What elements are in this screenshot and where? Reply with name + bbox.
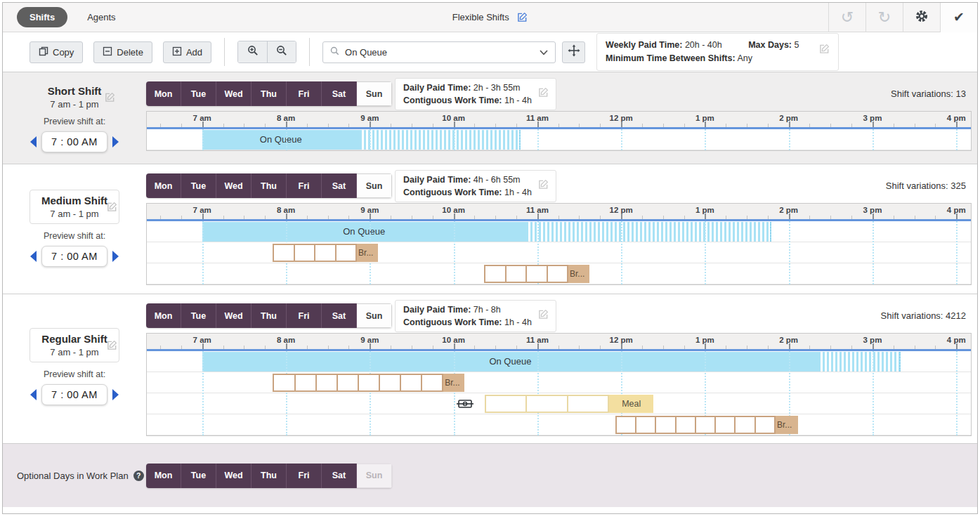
regular-day-wed[interactable]: Wed: [216, 303, 251, 328]
short-contiguous-label: Contiguous Work Time:: [403, 96, 502, 105]
short-contiguous-value: 1h - 4h: [502, 96, 532, 105]
regular-on-queue-bar[interactable]: On Queue: [202, 352, 818, 372]
break-window-cell: [507, 266, 527, 282]
zoom-in-button[interactable]: [238, 41, 267, 63]
medium-day-sun[interactable]: Sun: [357, 173, 392, 198]
axis-hour-tick: [705, 213, 706, 219]
axis-hour-tick: [202, 343, 204, 349]
medium-spinner-next-arrow[interactable]: [112, 251, 119, 262]
search-icon: [330, 46, 339, 58]
settings-button[interactable]: [903, 3, 940, 32]
medium-day-mon[interactable]: Mon: [146, 173, 181, 198]
medium-break-block-2[interactable]: Br...: [568, 265, 589, 283]
medium-day-sat[interactable]: Sat: [322, 173, 357, 198]
max-days-label: Max Days:: [748, 40, 792, 50]
edit-regular-daily-icon[interactable]: [538, 309, 549, 320]
short-preview-time[interactable]: 7 : 00 AM: [41, 131, 107, 152]
short-day-thu[interactable]: Thu: [251, 81, 287, 106]
axis-hour-tick: [705, 343, 706, 349]
regular-meal-window-2[interactable]: [485, 395, 609, 413]
regular-day-sun[interactable]: Sun: [357, 303, 392, 328]
edit-weekly-icon[interactable]: [819, 44, 830, 54]
medium-daily-paid-value: 4h - 6h 55m: [471, 175, 520, 185]
medium-daily-paid-box: Daily Paid Time: 4h - 6h 55mContiguous W…: [395, 170, 556, 202]
regular-break-window-3[interactable]: [615, 416, 776, 434]
edit-regular-icon[interactable]: [107, 340, 117, 350]
app-frame: Shifts Agents Flexible Shifts ↺ ↻ ✔ Copy…: [2, 2, 978, 514]
zoom-out-button[interactable]: [267, 41, 296, 63]
edit-medium-icon[interactable]: [107, 202, 117, 212]
short-day-fri[interactable]: Fri: [287, 81, 322, 106]
move-activity-button[interactable]: [562, 41, 585, 63]
shift-section-regular: Regular Shift7 am - 1 pmPreview shift at…: [3, 294, 977, 444]
regular-day-tue[interactable]: Tue: [181, 303, 216, 328]
short-day-tue[interactable]: Tue: [181, 81, 216, 106]
medium-preview-time[interactable]: 7 : 00 AM: [41, 246, 107, 267]
redo-button[interactable]: ↻: [865, 3, 903, 32]
short-timeline: 7 am8 am9 am10 am11 am12 pm1 pm2 pm3 pm4…: [146, 111, 972, 151]
optional-day-wed[interactable]: Wed: [216, 464, 251, 488]
optional-day-sat[interactable]: Sat: [322, 464, 357, 488]
regular-spinner-next-arrow[interactable]: [112, 389, 119, 400]
axis-hour-tick: [370, 343, 371, 349]
regular-preview-time[interactable]: 7 : 00 AM: [41, 384, 107, 405]
confirm-button[interactable]: ✔: [940, 3, 977, 32]
add-button[interactable]: Add: [163, 41, 211, 63]
medium-day-tue[interactable]: Tue: [181, 173, 216, 198]
edit-medium-daily-icon[interactable]: [538, 179, 549, 190]
medium-daily-paid-line: Daily Paid Time: 4h - 6h 55m: [403, 173, 532, 186]
delete-button[interactable]: Delete: [93, 41, 152, 63]
tab-agents[interactable]: Agents: [87, 12, 115, 22]
medium-break-window-1[interactable]: [273, 244, 357, 262]
edit-short-daily-icon[interactable]: [538, 87, 549, 98]
regular-day-thu[interactable]: Thu: [251, 303, 287, 328]
short-day-sun[interactable]: Sun: [357, 81, 392, 106]
weekly-line-2: Minimum Time Between Shifts: Any: [606, 52, 810, 65]
medium-day-wed[interactable]: Wed: [216, 173, 251, 198]
regular-day-fri[interactable]: Fri: [287, 303, 322, 328]
short-spinner-next-arrow[interactable]: [112, 136, 119, 147]
short-spinner-prev-arrow[interactable]: [30, 136, 37, 147]
medium-day-thu[interactable]: Thu: [251, 173, 287, 198]
short-on-queue-bar[interactable]: On Queue: [202, 130, 360, 150]
regular-day-mon[interactable]: Mon: [146, 303, 181, 328]
edit-short-icon[interactable]: [105, 92, 115, 103]
optional-day-mon[interactable]: Mon: [146, 464, 181, 488]
regular-on-queue-variable-bar[interactable]: [818, 352, 901, 372]
short-day-sat[interactable]: Sat: [322, 81, 357, 106]
regular-break-block-3[interactable]: Br...: [776, 416, 798, 434]
break-window-cell: [422, 375, 442, 390]
axis-hour-tick: [202, 121, 204, 127]
medium-on-queue-variable-bar[interactable]: [526, 222, 772, 242]
optional-day-fri[interactable]: Fri: [287, 464, 322, 488]
optional-day-tue[interactable]: Tue: [181, 464, 216, 488]
unpaid-meal-icon[interactable]: [457, 398, 473, 412]
short-day-mon[interactable]: Mon: [146, 81, 181, 106]
edit-title-icon[interactable]: [517, 12, 528, 22]
break-window-cell: [656, 417, 676, 433]
medium-day-fri[interactable]: Fri: [287, 173, 322, 198]
medium-break-window-2[interactable]: [484, 265, 568, 283]
axis-hour-tick: [873, 121, 874, 127]
short-day-wed[interactable]: Wed: [216, 81, 251, 106]
regular-day-sat[interactable]: Sat: [322, 303, 357, 328]
medium-title-box: Medium Shift7 am - 1 pm: [30, 190, 119, 224]
break-window-cell: [401, 375, 422, 390]
activity-select[interactable]: On Queue: [322, 41, 556, 63]
medium-main: MonTueWedThuFriSatSunDaily Paid Time: 4h…: [146, 164, 972, 285]
medium-spinner-prev-arrow[interactable]: [30, 251, 37, 262]
medium-contiguous-label: Contiguous Work Time:: [403, 188, 502, 197]
copy-button[interactable]: Copy: [30, 41, 83, 63]
regular-spinner-prev-arrow[interactable]: [30, 389, 37, 400]
optional-day-thu[interactable]: Thu: [251, 464, 287, 488]
tab-shifts[interactable]: Shifts: [17, 7, 67, 27]
help-icon[interactable]: ?: [133, 471, 144, 481]
regular-break-window-1[interactable]: [273, 374, 443, 392]
short-preview-label: Preview shift at:: [44, 117, 105, 126]
short-on-queue-variable-bar[interactable]: [360, 130, 521, 150]
medium-break-block-1[interactable]: Br...: [357, 244, 378, 262]
medium-on-queue-bar[interactable]: On Queue: [202, 222, 526, 242]
undo-button[interactable]: ↺: [828, 3, 865, 32]
regular-break-block-1[interactable]: Br...: [443, 374, 464, 392]
regular-meal-block-2[interactable]: Meal: [609, 395, 653, 413]
